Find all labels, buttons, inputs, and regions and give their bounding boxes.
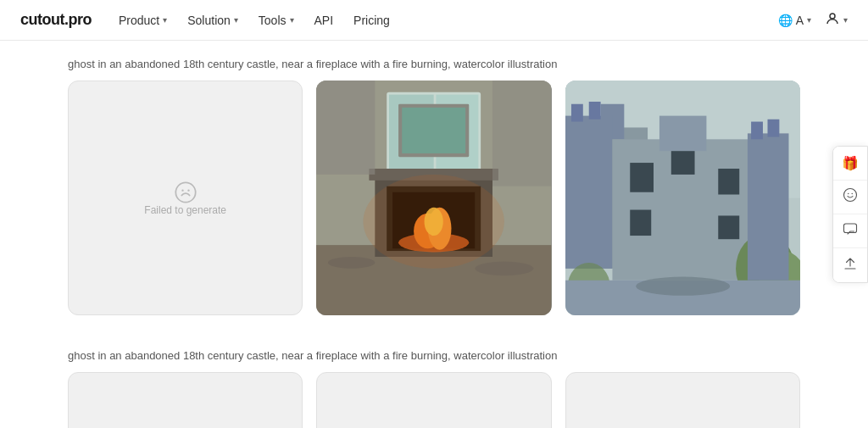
floating-sidebar: 🎁: [832, 146, 868, 283]
image-card[interactable]: Failed to generate: [565, 372, 800, 428]
nav-api[interactable]: API: [314, 14, 334, 27]
nav-tools[interactable]: Tools ▾: [259, 14, 294, 27]
face-icon: [843, 187, 858, 206]
language-label: A: [796, 14, 804, 27]
svg-rect-21: [316, 81, 375, 175]
nav-pricing[interactable]: Pricing: [353, 14, 390, 27]
user-button[interactable]: ▾: [825, 11, 848, 29]
chat-icon: [843, 221, 858, 240]
image-card[interactable]: [316, 81, 551, 315]
svg-rect-28: [565, 116, 612, 269]
svg-point-0: [830, 14, 835, 19]
image-card[interactable]: Failed to generate: [68, 372, 303, 428]
svg-rect-35: [718, 169, 739, 195]
image-card[interactable]: [565, 81, 800, 315]
svg-point-19: [328, 257, 375, 269]
svg-rect-18: [403, 108, 466, 153]
svg-rect-36: [630, 210, 651, 236]
generated-image-1-3: [565, 81, 800, 315]
svg-rect-43: [748, 133, 789, 280]
nav-product[interactable]: Product ▾: [119, 14, 167, 27]
svg-rect-32: [659, 116, 706, 152]
svg-rect-44: [751, 122, 763, 140]
language-button[interactable]: 🌐 A ▾: [778, 14, 811, 27]
upload-icon: [843, 256, 858, 275]
svg-rect-45: [767, 120, 779, 137]
feedback-button[interactable]: [833, 181, 867, 214]
chevron-down-icon: ▾: [843, 15, 848, 25]
svg-point-1: [175, 182, 195, 202]
image-section-1: ghost in an abandoned 18th century castl…: [68, 58, 800, 315]
svg-point-23: [364, 175, 504, 269]
svg-rect-29: [571, 104, 583, 122]
header: cutout.pro Product ▾ Solution ▾ Tools ▾ …: [0, 0, 868, 41]
prompt-text-2: ghost in an abandoned 18th century castl…: [68, 349, 800, 362]
chevron-down-icon: ▾: [163, 15, 167, 25]
image-card[interactable]: Failed to generate: [68, 81, 303, 315]
prompt-text-1: ghost in an abandoned 18th century castl…: [68, 58, 800, 70]
generated-image-1-2: [316, 81, 551, 315]
header-right: 🌐 A ▾ ▾: [778, 11, 848, 29]
chevron-down-icon: ▾: [290, 15, 294, 25]
failed-label: Failed to generate: [144, 204, 226, 216]
main-content: ghost in an abandoned 18th century castl…: [0, 41, 868, 428]
image-grid-1: Failed to generate: [68, 81, 800, 315]
sad-face-icon: [174, 181, 198, 204]
gift-button[interactable]: 🎁: [833, 147, 867, 181]
svg-rect-37: [718, 215, 739, 239]
svg-point-57: [852, 193, 854, 195]
image-section-2: ghost in an abandoned 18th century castl…: [68, 349, 800, 428]
svg-point-2: [181, 189, 183, 191]
chevron-down-icon: ▾: [234, 15, 238, 25]
svg-point-42: [636, 277, 730, 296]
upload-button[interactable]: [833, 248, 867, 282]
image-card[interactable]: Failed to generate: [316, 372, 551, 428]
image-grid-2: Failed to generate Failed to generate: [68, 372, 800, 428]
chevron-down-icon: ▾: [807, 15, 811, 25]
svg-rect-34: [670, 151, 694, 175]
chat-button[interactable]: [833, 214, 867, 248]
logo[interactable]: cutout.pro: [20, 11, 92, 29]
language-icon: 🌐: [778, 14, 793, 27]
main-nav: Product ▾ Solution ▾ Tools ▾ API Pricing: [119, 14, 778, 27]
svg-point-56: [848, 193, 849, 195]
svg-rect-33: [630, 163, 654, 192]
svg-point-3: [187, 189, 189, 191]
svg-rect-30: [588, 102, 600, 120]
gift-icon: 🎁: [842, 155, 859, 171]
user-icon: [825, 11, 840, 29]
svg-point-20: [476, 262, 534, 276]
svg-rect-22: [492, 81, 551, 186]
svg-point-55: [844, 189, 857, 202]
nav-solution[interactable]: Solution ▾: [187, 14, 238, 27]
